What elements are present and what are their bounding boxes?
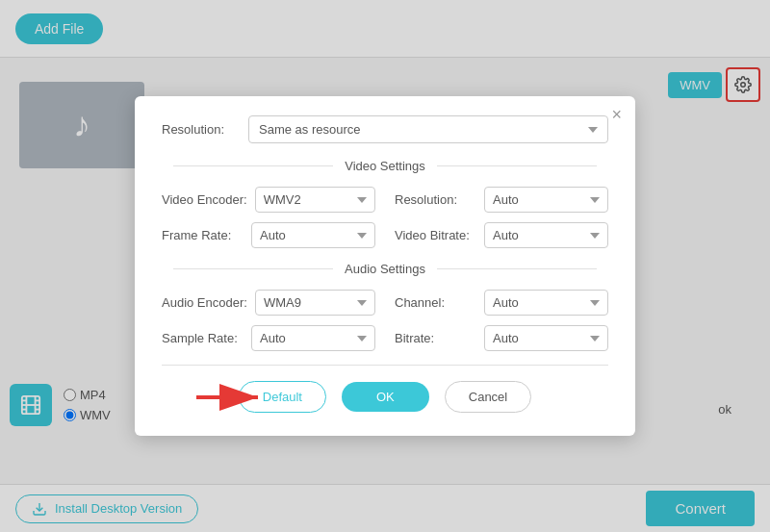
resolution-select[interactable]: Same as resource: [248, 115, 608, 143]
resolution-label: Resolution:: [162, 122, 248, 137]
channel-label: Channel:: [395, 295, 476, 310]
audio-settings-grid: Audio Encoder: WMA9 Channel: Auto Sample…: [162, 290, 608, 351]
frame-rate-row: Frame Rate: Auto: [162, 222, 375, 248]
sample-rate-label: Sample Rate:: [162, 331, 244, 345]
audio-section-title: Audio Settings: [162, 262, 608, 276]
ok-button[interactable]: OK: [342, 382, 429, 412]
resolution-row: Resolution: Same as resource: [162, 115, 608, 143]
video-section-title: Video Settings: [162, 159, 608, 173]
channel-select[interactable]: Auto: [484, 290, 608, 316]
sample-rate-row: Sample Rate: Auto: [162, 325, 375, 351]
modal-close-button[interactable]: ×: [611, 106, 622, 123]
video-bitrate-label: Video Bitrate:: [395, 228, 476, 242]
settings-modal: × Resolution: Same as resource Video Set…: [135, 96, 635, 436]
audio-encoder-label: Audio Encoder:: [162, 295, 247, 310]
video-encoder-row: Video Encoder: WMV2: [162, 187, 375, 213]
bitrate-label: Bitrate:: [395, 331, 476, 345]
video-settings-grid: Video Encoder: WMV2 Resolution: Auto Fra…: [162, 187, 608, 248]
video-resolution-label: Resolution:: [395, 192, 476, 207]
red-arrow-icon: [192, 380, 270, 415]
frame-rate-select[interactable]: Auto: [251, 222, 375, 248]
audio-encoder-row: Audio Encoder: WMA9: [162, 290, 375, 316]
arrow-indicator: [192, 380, 270, 415]
video-bitrate-select[interactable]: Auto: [484, 222, 608, 248]
video-resolution-select[interactable]: Auto: [484, 187, 608, 213]
cancel-button[interactable]: Cancel: [445, 381, 531, 413]
video-encoder-select[interactable]: WMV2: [255, 187, 375, 213]
bitrate-select[interactable]: Auto: [484, 325, 608, 351]
modal-overlay: × Resolution: Same as resource Video Set…: [0, 0, 770, 532]
frame-rate-label: Frame Rate:: [162, 228, 244, 242]
channel-row: Channel: Auto: [395, 290, 608, 316]
video-resolution-row: Resolution: Auto: [395, 187, 608, 213]
modal-footer: Default OK Cancel: [162, 381, 608, 413]
audio-encoder-select[interactable]: WMA9: [255, 290, 375, 316]
app-background: Add File ♪ WMV: [0, 0, 770, 532]
video-bitrate-row: Video Bitrate: Auto: [395, 222, 608, 248]
sample-rate-select[interactable]: Auto: [251, 325, 375, 351]
video-encoder-label: Video Encoder:: [162, 192, 247, 207]
bitrate-row: Bitrate: Auto: [395, 325, 608, 351]
